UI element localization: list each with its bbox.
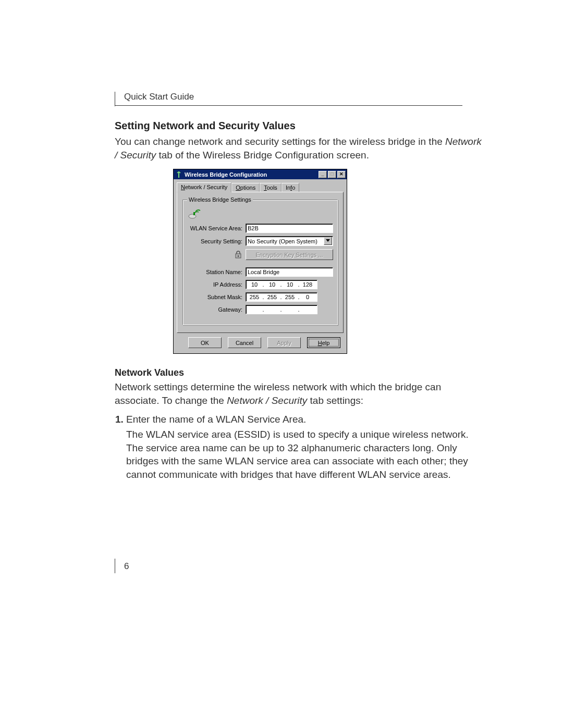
step-detail: The WLAN service area (ESSID) is used to… [126, 428, 485, 482]
row-security: Security Setting: No Security (Open Syst… [187, 236, 333, 246]
wireless-icon [188, 207, 202, 219]
svg-rect-4 [238, 255, 239, 257]
dialog-button-row: OK Cancel Apply Help [177, 333, 344, 349]
tab-info[interactable]: Info [282, 183, 299, 192]
titlebar-text: Wireless Bridge Configuration [185, 171, 319, 178]
tab-network-security[interactable]: Network / Security [177, 182, 231, 192]
ip-dot: . [262, 306, 265, 313]
footer-rule-vertical [115, 559, 115, 573]
label-subnet: Subnet Mask: [187, 294, 246, 300]
row-wlan: WLAN Service Area: [187, 224, 333, 233]
running-header: Quick Start Guide [124, 92, 194, 102]
dialog-figure: Wireless Bridge Configuration _ □ ✕ Netw… [173, 169, 346, 354]
app-icon [175, 171, 182, 178]
ip-oct[interactable]: 255 [283, 294, 297, 300]
row-ip: IP Address: 10. 10. 10. 128 [187, 280, 333, 289]
security-setting-dropdown[interactable]: No Security (Open System) [246, 236, 333, 246]
apply-button[interactable]: Apply [267, 337, 301, 348]
svg-rect-2 [193, 212, 195, 215]
titlebar[interactable]: Wireless Bridge Configuration _ □ ✕ [174, 169, 347, 179]
cancel-button[interactable]: Cancel [228, 337, 261, 348]
subsection-heading: Network Values [115, 367, 485, 378]
ip-oct[interactable]: 10 [247, 281, 262, 288]
close-button[interactable]: ✕ [337, 171, 346, 178]
security-value: No Security (Open System) [248, 238, 317, 244]
steps-list: Enter the name of a WLAN Service Area. T… [115, 413, 485, 482]
intro-paragraph: You can change network and security sett… [115, 135, 485, 162]
header-rule-horizontal [115, 105, 462, 106]
label-station: Station Name: [187, 269, 246, 275]
header-rule-vertical [115, 92, 115, 106]
row-station: Station Name: [187, 267, 333, 277]
wlan-service-area-input[interactable] [246, 224, 333, 233]
document-page: Quick Start Guide Setting Network and Se… [0, 0, 563, 728]
station-name-input[interactable] [246, 267, 333, 277]
ip-address-input[interactable]: 10. 10. 10. 128 [246, 280, 317, 289]
tab-options[interactable]: Options [231, 183, 260, 192]
row-subnet: Subnet Mask: 255. 255. 255. 0 [187, 292, 333, 302]
minimize-button[interactable]: _ [319, 171, 327, 178]
ip-oct[interactable]: 128 [300, 281, 315, 288]
label-security: Security Setting: [187, 238, 246, 244]
dialog-body: Network / Security Options Tools Info Wi… [174, 179, 347, 353]
content-area: Setting Network and Security Values You … [115, 120, 485, 485]
tab-strip: Network / Security Options Tools Info [177, 181, 344, 192]
row-gateway: Gateway: . . . [187, 305, 333, 314]
intro-text: You can change network and security sett… [115, 136, 445, 147]
lock-icon [187, 250, 246, 260]
tab-panel-network: Wireless Bridge Settings WL [177, 192, 344, 333]
ip-oct[interactable]: 255 [265, 294, 279, 300]
wireless-bridge-settings-group: Wireless Bridge Settings WL [182, 196, 338, 325]
ip-dot: . [279, 306, 283, 313]
text: tab settings: [307, 395, 363, 406]
ip-oct[interactable]: 255 [247, 294, 262, 300]
ip-dot: . [297, 306, 300, 313]
section-heading: Setting Network and Security Values [115, 120, 485, 132]
subsection-intro: Network settings determine the wireless … [115, 380, 485, 407]
step-lead: Enter the name of a WLAN Service Area. [126, 414, 306, 425]
page-number: 6 [124, 561, 129, 572]
gateway-input[interactable]: . . . [246, 305, 317, 314]
label-gateway: Gateway: [187, 306, 246, 313]
tab-tools[interactable]: Tools [260, 183, 282, 192]
text-italic: Network / Security [227, 395, 307, 406]
help-button[interactable]: Help [307, 337, 340, 348]
intro-text-2: tab of the Wireless Bridge Configuration… [156, 150, 369, 161]
maximize-button[interactable]: □ [328, 171, 336, 178]
chevron-down-icon[interactable] [324, 237, 332, 245]
ip-oct[interactable]: 0 [300, 294, 315, 300]
group-legend: Wireless Bridge Settings [187, 196, 253, 203]
row-encryption: Encryption Key Settings ... [187, 249, 333, 260]
label-ip: IP Address: [187, 281, 246, 288]
ip-oct[interactable]: 10 [283, 281, 297, 288]
label-wlan: WLAN Service Area: [187, 225, 246, 231]
ok-button[interactable]: OK [188, 337, 222, 348]
ip-oct[interactable]: 10 [265, 281, 279, 288]
encryption-key-settings-button[interactable]: Encryption Key Settings ... [246, 249, 333, 260]
subnet-mask-input[interactable]: 255. 255. 255. 0 [246, 292, 317, 302]
step-1: Enter the name of a WLAN Service Area. T… [126, 413, 485, 482]
wireless-bridge-dialog: Wireless Bridge Configuration _ □ ✕ Netw… [173, 169, 347, 354]
